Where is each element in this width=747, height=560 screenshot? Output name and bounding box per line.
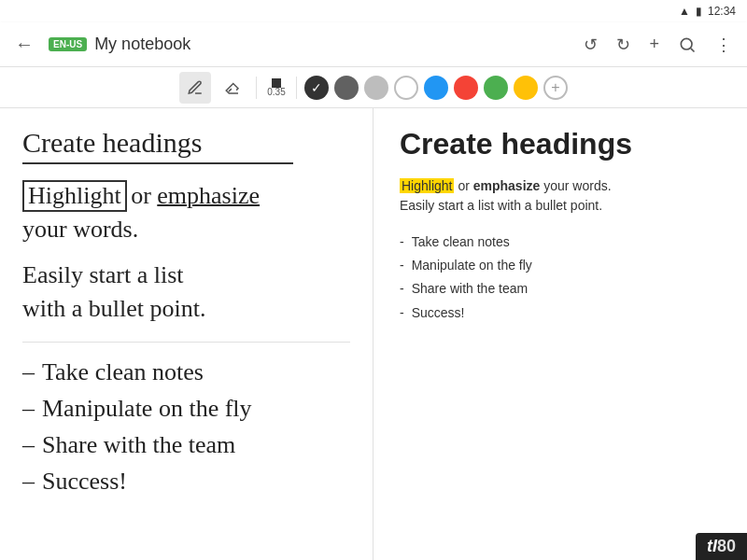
back-button[interactable]: ← (7, 26, 41, 63)
hw-bullet-text: Easily start a list with a bullet point. (22, 259, 350, 327)
language-badge: EN-US (49, 37, 87, 51)
formatted-list-item: -Share with the team (400, 277, 721, 301)
wifi-icon: ▲ (679, 5, 690, 18)
color-green-button[interactable] (484, 76, 508, 100)
highlight-span: Highlight (400, 178, 454, 193)
main-content: Create headings Highlight or emphasize y… (0, 108, 747, 560)
hw-emphasize-word: emphasize (157, 182, 260, 209)
add-button[interactable]: + (641, 27, 667, 62)
add-color-button[interactable]: + (543, 76, 568, 100)
left-panel-handwritten[interactable]: Create headings Highlight or emphasize y… (0, 108, 374, 560)
color-dark-gray-button[interactable] (334, 76, 359, 100)
battery-icon: ▮ (696, 5, 702, 18)
formatted-heading: Create headings (400, 127, 721, 161)
notebook-title: My notebook (94, 35, 576, 54)
hw-heading-container: Create headings (22, 127, 350, 164)
toolbar: 0.35 ✓ + (0, 67, 747, 108)
svg-point-0 (681, 38, 692, 49)
nav-bar: ← EN-US My notebook ↺ ↻ + ⋮ (0, 22, 747, 67)
more-options-button[interactable]: ⋮ (708, 27, 740, 63)
status-bar-right: ▲ ▮ 12:34 (679, 5, 736, 18)
list-item: –Take clean notes (22, 354, 350, 390)
redo-button[interactable]: ↻ (609, 27, 638, 63)
pen-tool-button[interactable] (179, 72, 211, 104)
toolbar-divider-2 (296, 77, 297, 99)
hw-heading-underline (22, 162, 293, 164)
emphasize-span: emphasize (473, 178, 541, 193)
hw-heading-text: Create headings (22, 127, 202, 159)
hw-divider-line (22, 342, 350, 343)
paragraph-end: your words. (543, 178, 611, 193)
list-item: –Success! (22, 463, 350, 499)
bottom-logo-bar: tI80 (696, 533, 747, 560)
color-light-gray-button[interactable] (364, 76, 388, 100)
toolbar-divider-1 (256, 77, 257, 99)
svg-line-1 (691, 48, 695, 51)
stroke-dot (272, 78, 281, 88)
time-display: 12:34 (708, 5, 736, 18)
hw-or-text: or (131, 182, 157, 209)
eraser-tool-button[interactable] (217, 72, 248, 104)
nav-actions: ↺ ↻ + ⋮ (576, 27, 740, 63)
status-bar: ▲ ▮ 12:34 (0, 0, 747, 22)
right-panel-formatted: Create headings Highlight or emphasize y… (374, 108, 747, 560)
hw-list: –Take clean notes –Manipulate on the fly… (22, 354, 350, 499)
color-red-button[interactable] (454, 76, 478, 100)
paragraph-2: Easily start a list with a bullet point. (400, 198, 602, 213)
stroke-size-label: 0.35 (267, 88, 285, 97)
list-item: –Manipulate on the fly (22, 390, 350, 427)
formatted-paragraph: Highlight or emphasize your words. Easil… (400, 176, 721, 216)
color-white-button[interactable] (394, 76, 418, 100)
list-item: –Share with the team (22, 427, 350, 463)
undo-button[interactable]: ↺ (576, 27, 605, 63)
formatted-list-item: -Take clean notes (400, 231, 721, 254)
color-black-button[interactable]: ✓ (304, 76, 329, 100)
search-button[interactable] (670, 28, 704, 62)
formatted-list-item: -Manipulate on the fly (400, 254, 721, 277)
hw-highlight-section: Highlight or emphasize your words. (22, 179, 350, 247)
color-yellow-button[interactable] (514, 76, 538, 100)
hw-highlight-word: Highlight (22, 180, 127, 212)
logo-text: tI80 (707, 537, 736, 555)
color-blue-button[interactable] (424, 76, 448, 100)
formatted-list-item: -Success! (400, 301, 721, 325)
or-span: or (458, 178, 472, 193)
hw-your-words: your words. (22, 216, 138, 243)
formatted-list: -Take clean notes -Manipulate on the fly… (400, 231, 721, 325)
